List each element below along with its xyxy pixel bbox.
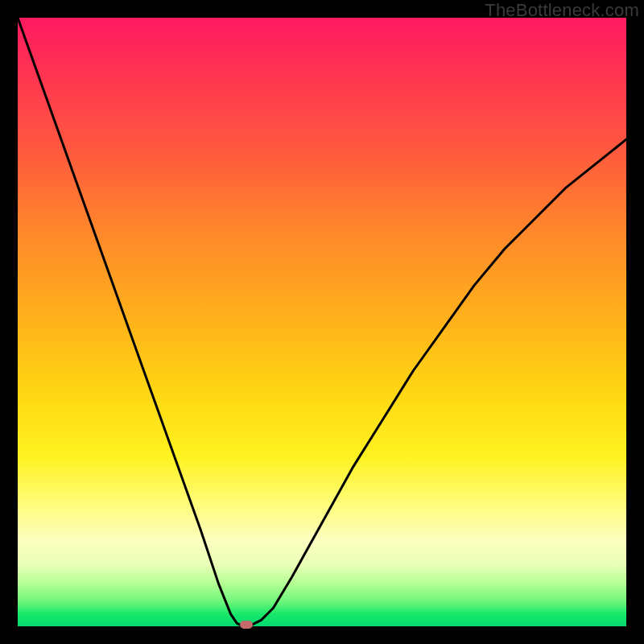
chart-frame — [18, 18, 626, 626]
bottleneck-curve — [18, 18, 626, 626]
minimum-marker — [240, 621, 253, 629]
